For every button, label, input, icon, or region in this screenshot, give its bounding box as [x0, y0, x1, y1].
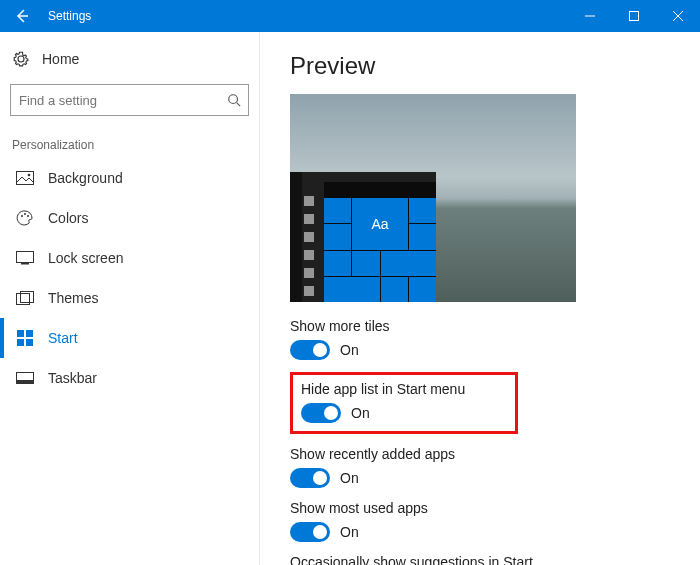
svg-point-4 — [21, 215, 23, 217]
preview-sample-tile: Aa — [352, 198, 408, 249]
highlighted-setting: Hide app list in Start menu On — [290, 372, 518, 434]
setting-most-used: Show most used apps On — [290, 500, 700, 542]
svg-rect-7 — [17, 252, 34, 263]
sidebar: Home Personalization Background — [0, 32, 260, 565]
lock-screen-icon — [16, 249, 34, 267]
page-heading: Preview — [290, 52, 700, 80]
svg-rect-13 — [17, 339, 24, 346]
titlebar: Settings — [0, 0, 700, 32]
sidebar-item-label: Lock screen — [48, 250, 123, 266]
sidebar-item-colors[interactable]: Colors — [0, 198, 259, 238]
svg-point-3 — [28, 174, 31, 177]
toggle-hide-app-list[interactable] — [301, 403, 341, 423]
sidebar-item-start[interactable]: Start — [0, 318, 259, 358]
preview-tile-grid: Aa — [324, 172, 436, 302]
picture-icon — [16, 169, 34, 187]
sidebar-item-label: Start — [48, 330, 78, 346]
arrow-left-icon — [14, 8, 30, 24]
sidebar-category: Personalization — [0, 128, 259, 158]
svg-point-5 — [24, 213, 26, 215]
setting-recently-added: Show recently added apps On — [290, 446, 700, 488]
toggle-state: On — [340, 524, 359, 540]
themes-icon — [16, 289, 34, 307]
svg-rect-0 — [630, 12, 639, 21]
svg-point-6 — [27, 215, 29, 217]
sidebar-item-label: Colors — [48, 210, 88, 226]
svg-rect-11 — [17, 330, 24, 337]
setting-label: Show most used apps — [290, 500, 700, 516]
setting-label: Hide app list in Start menu — [301, 381, 465, 397]
sidebar-item-label: Background — [48, 170, 123, 186]
svg-rect-2 — [17, 172, 34, 185]
minimize-button[interactable] — [568, 0, 612, 32]
setting-label: Show more tiles — [290, 318, 700, 334]
toggle-state: On — [340, 342, 359, 358]
toggle-recently-added[interactable] — [290, 468, 330, 488]
minimize-icon — [585, 11, 595, 21]
sidebar-home[interactable]: Home — [0, 42, 259, 76]
toggle-show-more-tiles[interactable] — [290, 340, 330, 360]
svg-rect-16 — [17, 380, 34, 384]
sidebar-nav: Background Colors Lock screen Themes — [0, 158, 259, 398]
maximize-button[interactable] — [612, 0, 656, 32]
toggle-most-used[interactable] — [290, 522, 330, 542]
palette-icon — [16, 209, 34, 227]
gear-icon — [12, 50, 30, 68]
sidebar-home-label: Home — [42, 51, 79, 67]
main-content: Preview Aa — [260, 32, 700, 565]
maximize-icon — [629, 11, 639, 21]
sidebar-item-taskbar[interactable]: Taskbar — [0, 358, 259, 398]
sidebar-item-lock-screen[interactable]: Lock screen — [0, 238, 259, 278]
svg-rect-8 — [21, 263, 29, 265]
search-input[interactable] — [10, 84, 249, 116]
svg-rect-12 — [26, 330, 33, 337]
svg-rect-14 — [26, 339, 33, 346]
sidebar-item-label: Themes — [48, 290, 99, 306]
setting-label: Occasionally show suggestions in Start — [290, 554, 700, 565]
back-button[interactable] — [0, 0, 44, 32]
setting-label: Show recently added apps — [290, 446, 700, 462]
setting-show-more-tiles: Show more tiles On — [290, 318, 700, 360]
toggle-state: On — [351, 405, 370, 421]
sidebar-item-themes[interactable]: Themes — [0, 278, 259, 318]
taskbar-icon — [16, 369, 34, 387]
window-title: Settings — [44, 9, 91, 23]
close-icon — [673, 11, 683, 21]
sidebar-item-label: Taskbar — [48, 370, 97, 386]
start-icon — [16, 329, 34, 347]
setting-suggestions: Occasionally show suggestions in Start O… — [290, 554, 700, 565]
setting-hide-app-list: Hide app list in Start menu On — [301, 381, 465, 423]
toggle-state: On — [340, 470, 359, 486]
close-button[interactable] — [656, 0, 700, 32]
start-preview: Aa — [290, 94, 576, 302]
sidebar-item-background[interactable]: Background — [0, 158, 259, 198]
